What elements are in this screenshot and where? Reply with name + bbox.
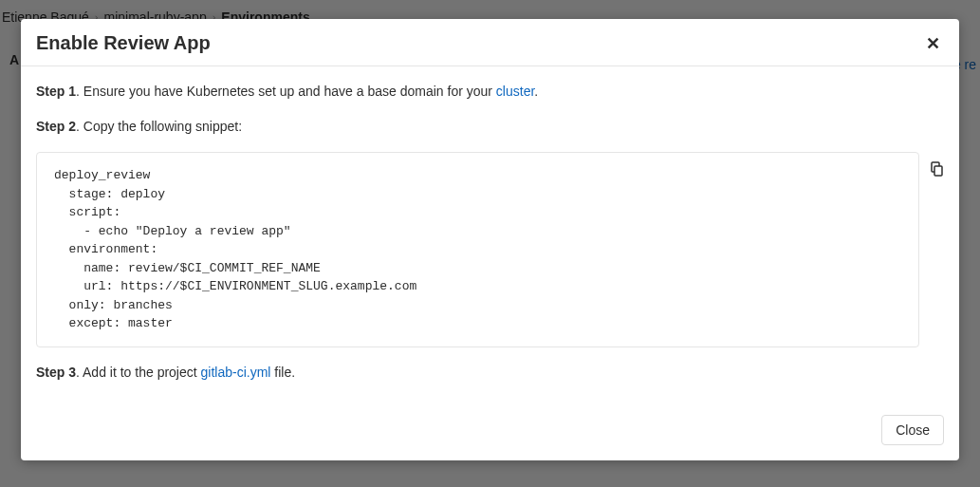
step-2: Step 2. Copy the following snippet: xyxy=(36,117,944,137)
step-text: . xyxy=(534,84,538,99)
step-text: file. xyxy=(270,365,295,380)
modal-footer: Close xyxy=(21,403,959,460)
modal-body: Step 1. Ensure you have Kubernetes set u… xyxy=(21,66,959,403)
enable-review-app-modal: Enable Review App ✕ Step 1. Ensure you h… xyxy=(21,19,959,460)
step-3: Step 3. Add it to the project gitlab-ci.… xyxy=(36,363,944,383)
close-icon[interactable]: ✕ xyxy=(922,33,944,54)
modal-header: Enable Review App ✕ xyxy=(21,19,959,66)
step-text: . Copy the following snippet: xyxy=(76,119,242,134)
step-text: . Add it to the project xyxy=(76,365,201,380)
gitlab-ci-link[interactable]: gitlab-ci.yml xyxy=(201,365,271,380)
cluster-link[interactable]: cluster xyxy=(496,84,534,99)
step-label: Step 2 xyxy=(36,119,76,134)
close-button[interactable]: Close xyxy=(881,415,944,445)
step-label: Step 3 xyxy=(36,365,76,380)
step-1: Step 1. Ensure you have Kubernetes set u… xyxy=(36,82,944,102)
step-label: Step 1 xyxy=(36,84,76,99)
step-text: . Ensure you have Kubernetes set up and … xyxy=(76,84,496,99)
snippet-container: deploy_review stage: deploy script: - ec… xyxy=(36,152,944,347)
code-snippet: deploy_review stage: deploy script: - ec… xyxy=(36,152,919,347)
modal-title: Enable Review App xyxy=(36,32,211,54)
svg-rect-1 xyxy=(934,166,942,176)
copy-icon[interactable] xyxy=(929,152,944,177)
